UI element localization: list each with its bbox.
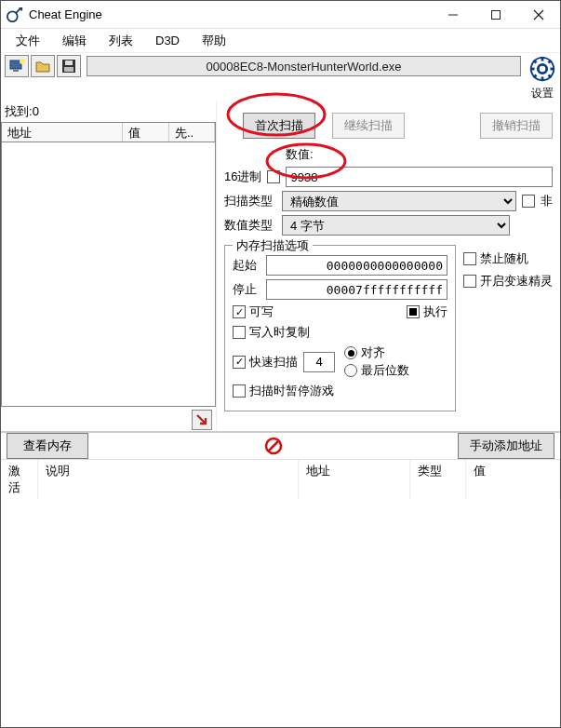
cow-label: 写入时复制	[249, 324, 310, 341]
open-button[interactable]	[31, 55, 55, 77]
svg-line-17	[534, 61, 537, 63]
menu-d3d[interactable]: D3D	[146, 32, 189, 49]
view-memory-button[interactable]: 查看内存	[7, 433, 88, 459]
align-label: 对齐	[361, 344, 385, 361]
undo-scan-button: 撤销扫描	[480, 113, 553, 139]
scan-type-combo[interactable]: 精确数值	[282, 191, 516, 211]
folder-open-icon	[34, 58, 51, 74]
hex-checkbox[interactable]	[267, 170, 280, 183]
add-address-manual-button[interactable]: 手动添加地址	[458, 433, 554, 459]
not-label: 非	[541, 193, 553, 209]
fastscan-value[interactable]	[303, 352, 335, 372]
menu-edit[interactable]: 编辑	[53, 31, 96, 51]
col-value[interactable]: 值	[466, 460, 560, 499]
value-label: 数值:	[286, 147, 314, 161]
svg-rect-10	[64, 67, 73, 72]
address-table-body[interactable]	[1, 499, 560, 727]
exec-label: 执行	[423, 303, 447, 320]
maximize-icon	[490, 9, 501, 20]
speedhack-checkbox[interactable]	[463, 275, 476, 288]
close-button[interactable]	[517, 1, 560, 29]
svg-point-7	[20, 59, 25, 64]
results-header: 地址 值 先..	[1, 122, 216, 142]
maximize-button[interactable]	[474, 1, 517, 29]
pause-checkbox[interactable]	[233, 384, 246, 398]
address-table-header: 激活 说明 地址 类型 值	[1, 459, 560, 499]
speedhack-label: 开启变速精灵	[480, 273, 553, 290]
results-col-prev[interactable]: 先..	[169, 123, 215, 142]
gear-icon	[528, 55, 556, 83]
stop-input[interactable]	[266, 279, 447, 300]
results-col-address[interactable]: 地址	[2, 123, 123, 142]
no-random-checkbox[interactable]	[463, 252, 476, 265]
process-name-bar[interactable]: 00008EC8-MonsterHunterWorld.exe	[87, 56, 521, 76]
not-checkbox[interactable]	[522, 195, 535, 208]
minimize-button[interactable]	[432, 1, 474, 29]
results-col-value[interactable]: 值	[123, 123, 169, 142]
pause-label: 扫描时暂停游戏	[249, 383, 334, 399]
value-input[interactable]	[286, 167, 553, 187]
col-addr[interactable]: 地址	[299, 460, 410, 499]
col-desc[interactable]: 说明	[38, 460, 299, 499]
svg-line-20	[549, 61, 552, 63]
no-entry-icon	[264, 437, 283, 455]
svg-rect-2	[492, 10, 501, 19]
exec-checkbox[interactable]	[407, 305, 420, 318]
stop-icon-button[interactable]	[263, 436, 284, 456]
app-icon	[7, 7, 23, 23]
svg-line-24	[268, 440, 279, 452]
close-icon	[533, 9, 544, 20]
svg-rect-6	[13, 70, 19, 72]
scan-type-label: 扫描类型	[224, 193, 276, 209]
menubar: 文件 编辑 列表 D3D 帮助	[1, 29, 560, 53]
lastdigits-label: 最后位数	[361, 362, 409, 379]
start-input[interactable]	[266, 255, 447, 276]
value-type-label: 数值类型	[224, 217, 276, 234]
writable-label: 可写	[249, 303, 274, 320]
save-button[interactable]	[57, 55, 81, 77]
fastscan-label: 快速扫描	[249, 354, 298, 371]
first-scan-button[interactable]: 首次扫描	[243, 113, 315, 139]
svg-line-18	[549, 75, 552, 78]
computer-glow-icon	[8, 58, 25, 74]
align-radio[interactable]	[344, 346, 357, 359]
svg-point-12	[538, 64, 546, 73]
minimize-icon	[447, 9, 459, 20]
svg-line-19	[534, 75, 537, 78]
no-random-label: 禁止随机	[480, 250, 528, 267]
value-type-combo[interactable]: 4 字节	[282, 215, 510, 236]
menu-list[interactable]: 列表	[100, 31, 142, 51]
cow-checkbox[interactable]	[233, 326, 246, 339]
lastdigits-radio[interactable]	[344, 364, 357, 377]
add-to-list-button[interactable]	[192, 410, 212, 430]
window-title: Cheat Engine	[29, 7, 112, 21]
svg-rect-9	[65, 61, 73, 65]
floppy-icon	[60, 58, 77, 74]
stop-label: 停止	[233, 281, 260, 298]
settings-label: 设置	[528, 86, 556, 101]
menu-file[interactable]: 文件	[7, 31, 49, 51]
writable-checkbox[interactable]	[233, 305, 246, 318]
results-list[interactable]	[1, 142, 216, 407]
select-process-button[interactable]	[5, 55, 29, 77]
col-type[interactable]: 类型	[410, 460, 466, 499]
next-scan-button: 继续扫描	[332, 113, 405, 139]
memscan-legend: 内存扫描选项	[233, 237, 313, 254]
found-count-label: 找到:0	[1, 101, 216, 122]
settings-button[interactable]: 设置	[528, 55, 556, 101]
col-active[interactable]: 激活	[1, 460, 38, 499]
fastscan-checkbox[interactable]	[233, 356, 246, 369]
menu-help[interactable]: 帮助	[193, 31, 235, 51]
hex-label: 16进制	[224, 169, 261, 185]
arrow-down-right-icon	[194, 412, 209, 427]
start-label: 起始	[233, 257, 260, 274]
